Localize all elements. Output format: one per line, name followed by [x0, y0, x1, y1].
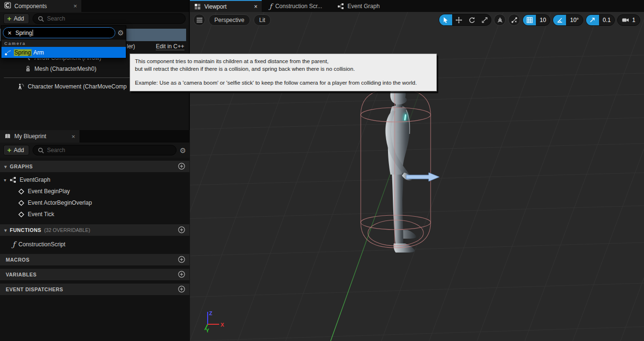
macros-section-header[interactable]: MACROS: [0, 254, 189, 265]
rotate-tool-button[interactable]: [465, 14, 478, 25]
select-tool-button[interactable]: [439, 14, 452, 25]
category-header: Camera: [1, 40, 126, 47]
move-icon: [455, 17, 462, 23]
add-label: Add: [14, 15, 24, 22]
tab-event-graph[interactable]: Event Graph: [330, 0, 387, 12]
rotation-snap-control[interactable]: 10°: [553, 14, 583, 26]
close-icon[interactable]: ×: [71, 133, 75, 140]
add-function-icon[interactable]: [178, 226, 185, 234]
axis-z-label: Z: [209, 310, 212, 316]
axis-gizmo: Z X Y: [205, 310, 224, 333]
camera-icon: [622, 17, 629, 23]
result-spring-arm[interactable]: Spring Arm: [1, 47, 126, 58]
rotation-snap-value[interactable]: 10°: [566, 15, 582, 25]
event-node-icon: [18, 211, 24, 218]
my-blueprint-search-input[interactable]: Search: [33, 145, 176, 155]
clear-icon[interactable]: ×: [8, 30, 11, 36]
tab-components[interactable]: Components ×: [0, 0, 81, 12]
spring-arm-tooltip: This component tries to maintain its chi…: [130, 54, 437, 91]
my-blueprint-panel: My Blueprint × + Add Search ⚙ ▾ GRAPHS: [0, 130, 189, 341]
add-macro-icon[interactable]: [178, 256, 185, 264]
components-search-input[interactable]: Search: [33, 13, 186, 24]
add-component-search-dropdown: × Spring ⚙ Camera Spring Arm: [1, 25, 126, 58]
add-label: Add: [14, 147, 24, 154]
add-variable-icon[interactable]: [178, 271, 185, 279]
row-label: Event ActorBeginOverlap: [28, 199, 92, 206]
add-component-button[interactable]: + Add: [3, 13, 29, 24]
section-label: EVENT DISPATCHERS: [6, 286, 63, 292]
angle-snap-icon: [553, 15, 566, 25]
row-label: Character Movement (CharMoveComp: [28, 83, 127, 90]
tab-label: My Blueprint: [14, 133, 46, 140]
event-node-icon: [18, 200, 24, 206]
gear-icon[interactable]: ⚙: [180, 147, 186, 154]
tab-label: Components: [14, 3, 47, 10]
lit-mode-button[interactable]: Lit: [254, 14, 271, 26]
graphs-section-header[interactable]: ▾ GRAPHS: [0, 161, 189, 172]
add-graph-icon[interactable]: [178, 163, 185, 171]
snapping-icon: [511, 17, 518, 23]
tab-label: Event Graph: [347, 3, 379, 10]
tab-viewport[interactable]: Viewport ×: [190, 0, 262, 12]
chevron-down-icon[interactable]: ▾: [4, 177, 6, 183]
plus-icon: +: [7, 15, 11, 22]
eventgraph-row[interactable]: ▾ EventGraph: [0, 174, 189, 186]
tab-construction-script[interactable]: ƒ Construction Scr...: [262, 0, 330, 12]
hamburger-menu-icon: [197, 18, 202, 22]
plus-icon: +: [7, 146, 11, 154]
tab-my-blueprint[interactable]: My Blueprint ×: [0, 130, 79, 143]
grid-snap-control[interactable]: 10: [522, 14, 550, 26]
scale-tool-button[interactable]: [478, 14, 491, 25]
match-highlight: Spring: [14, 49, 32, 56]
coordinate-system-button[interactable]: [494, 14, 506, 26]
grid-snap-value[interactable]: 10: [536, 15, 550, 25]
gear-icon[interactable]: ⚙: [118, 29, 124, 36]
event-actorbeginoverlap-row[interactable]: Event ActorBeginOverlap: [0, 197, 189, 209]
event-beginplay-row[interactable]: Event BeginPlay: [0, 186, 189, 197]
scale-snap-control[interactable]: 0.1: [586, 14, 615, 26]
move-tool-button[interactable]: [452, 14, 465, 25]
camera-speed-value[interactable]: 1: [632, 17, 635, 23]
constructionscript-row[interactable]: ƒ ConstructionScript: [0, 238, 189, 251]
mannequin-character: [386, 86, 416, 253]
axis-x-label: X: [221, 322, 224, 328]
close-icon[interactable]: ×: [254, 3, 257, 10]
spring-arm-icon: [4, 49, 11, 56]
perspective-button[interactable]: Perspective: [209, 14, 250, 26]
components-icon: [4, 2, 11, 10]
camera-speed-control[interactable]: 1: [617, 14, 640, 26]
result-rest: Arm: [33, 49, 44, 56]
components-tabbar: Components ×: [0, 0, 189, 12]
transform-tools-group: [439, 14, 491, 26]
close-icon[interactable]: ×: [73, 3, 77, 9]
capsule-row-partial-label: ler): [127, 43, 135, 50]
my-blueprint-tabbar: My Blueprint ×: [0, 130, 189, 143]
scale-snap-value[interactable]: 0.1: [599, 15, 615, 25]
skeletal-mesh-icon: [25, 66, 31, 72]
edit-in-cpp-link[interactable]: Edit in C++: [156, 43, 184, 50]
overridable-badge: (32 OVERRIDABLE): [44, 227, 90, 233]
search-placeholder: Search: [47, 147, 65, 154]
function-icon: ƒ: [269, 2, 272, 10]
character-movement-icon: [18, 83, 24, 90]
axis-y-label: Y: [206, 328, 210, 333]
viewport-options-button[interactable]: [193, 14, 205, 26]
tooltip-line3: Example: Use as a 'camera boom' or 'self…: [135, 79, 432, 87]
event-tick-row[interactable]: Event Tick: [0, 209, 189, 220]
section-label: FUNCTIONS: [10, 227, 42, 233]
row-label: EventGraph: [20, 176, 50, 183]
variables-section-header[interactable]: VARIABLES: [0, 269, 189, 280]
surface-snapping-button[interactable]: [508, 14, 520, 26]
blueprint-book-icon: [4, 133, 11, 140]
scale-icon: [481, 17, 488, 23]
component-search-input[interactable]: × Spring: [3, 27, 115, 38]
chevron-down-icon: ▾: [4, 164, 7, 169]
functions-section-header[interactable]: ▾ FUNCTIONS (32 OVERRIDABLE): [0, 224, 189, 236]
chevron-down-icon: ▾: [4, 228, 7, 233]
event-dispatchers-section-header[interactable]: EVENT DISPATCHERS: [0, 284, 189, 295]
world-gizmo-icon: [497, 17, 503, 23]
section-label: VARIABLES: [6, 272, 36, 277]
add-dispatcher-icon[interactable]: [178, 286, 185, 294]
search-icon: [38, 16, 44, 22]
add-blueprint-button[interactable]: + Add: [3, 145, 29, 155]
